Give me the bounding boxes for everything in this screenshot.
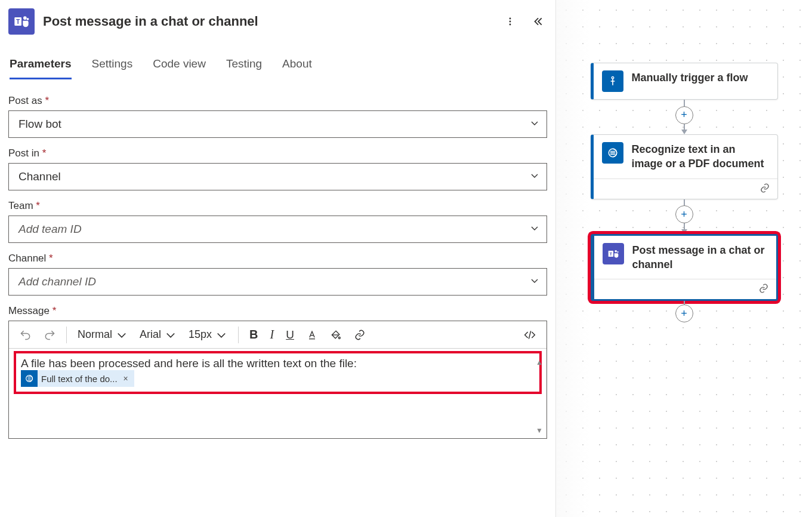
- size-select[interactable]: 15px: [184, 325, 232, 345]
- editor-toolbar: Normal Arial 15px B I U: [9, 321, 547, 349]
- collapse-button[interactable]: [528, 12, 547, 31]
- add-step-button[interactable]: +: [675, 205, 693, 223]
- message-text: A file has been processed and here is al…: [21, 357, 357, 370]
- highlight-annotation: A file has been processed and here is al…: [14, 351, 542, 394]
- redo-button[interactable]: [39, 325, 60, 345]
- code-view-button[interactable]: [519, 325, 541, 345]
- channel-select[interactable]: Add channel ID: [8, 268, 547, 296]
- connector: +: [675, 100, 693, 134]
- trigger-icon: [602, 70, 623, 92]
- svg-text:T: T: [16, 18, 20, 25]
- flow-node-post-message[interactable]: T Post message in a chat or channel: [591, 234, 778, 301]
- team-label: Team *: [8, 200, 547, 212]
- panel-title: Post message in a chat or channel: [43, 14, 492, 29]
- post-as-label: Post as *: [8, 95, 547, 107]
- add-step-button[interactable]: +: [675, 106, 693, 124]
- svg-point-5: [510, 21, 511, 23]
- svg-point-6: [510, 24, 511, 26]
- chevron-down-icon: [530, 223, 539, 236]
- connector: +: [675, 199, 693, 234]
- node-title: Recognize text in an image or a PDF docu…: [632, 142, 769, 171]
- flow-canvas[interactable]: Manually trigger a flow + Recognize: [556, 0, 812, 517]
- channel-label: Channel *: [8, 253, 547, 264]
- fill-color-button[interactable]: [325, 325, 347, 345]
- post-in-value: Channel: [18, 170, 61, 183]
- more-button[interactable]: [501, 12, 520, 31]
- post-in-label: Post in *: [8, 147, 547, 159]
- editor-body[interactable]: ▲ A file has been processed and here is …: [9, 349, 547, 438]
- link-icon: [759, 183, 770, 195]
- chevron-down-icon: [530, 170, 539, 183]
- link-button[interactable]: [349, 325, 371, 345]
- tab-settings[interactable]: Settings: [92, 54, 133, 79]
- ai-icon: [602, 142, 623, 164]
- node-title: Manually trigger a flow: [632, 70, 748, 85]
- post-in-select[interactable]: Channel: [8, 163, 547, 190]
- chevron-down-icon: [530, 275, 539, 288]
- svg-point-14: [615, 250, 617, 253]
- underline-button[interactable]: U: [281, 325, 299, 345]
- scroll-up-icon[interactable]: ▲: [536, 358, 543, 367]
- svg-point-2: [23, 16, 27, 20]
- teams-icon: T: [603, 243, 624, 264]
- token-label: Full text of the do...: [41, 374, 118, 384]
- flow-node-trigger[interactable]: Manually trigger a flow: [591, 63, 778, 100]
- italic-button[interactable]: I: [265, 325, 279, 345]
- flow-node-recognize[interactable]: Recognize text in an image or a PDF docu…: [591, 134, 778, 199]
- link-icon: [758, 283, 769, 296]
- svg-point-15: [617, 251, 618, 253]
- connector: +: [675, 301, 693, 325]
- bold-button[interactable]: B: [245, 325, 263, 345]
- message-label: Message *: [8, 305, 547, 317]
- svg-point-4: [510, 18, 511, 20]
- text-color-button[interactable]: [301, 325, 323, 345]
- team-select[interactable]: Add team ID: [8, 216, 547, 243]
- channel-placeholder: Add channel ID: [18, 275, 96, 288]
- tab-about[interactable]: About: [282, 54, 312, 79]
- team-placeholder: Add team ID: [18, 223, 82, 236]
- post-as-select[interactable]: Flow bot: [8, 110, 547, 138]
- svg-point-3: [27, 18, 29, 20]
- tab-code-view[interactable]: Code view: [153, 54, 206, 79]
- undo-button[interactable]: [15, 325, 36, 345]
- chevron-down-icon: [530, 118, 539, 131]
- message-editor: Normal Arial 15px B I U: [8, 321, 547, 439]
- svg-point-10: [612, 77, 613, 78]
- ai-icon: [21, 370, 38, 387]
- svg-text:T: T: [609, 251, 612, 257]
- node-title: Post message in a chat or channel: [632, 243, 768, 272]
- post-as-value: Flow bot: [18, 118, 61, 131]
- tab-testing[interactable]: Testing: [226, 54, 262, 79]
- scroll-down-icon[interactable]: ▼: [536, 426, 543, 435]
- tab-parameters[interactable]: Parameters: [10, 54, 72, 79]
- style-select[interactable]: Normal: [73, 325, 132, 345]
- token-remove-button[interactable]: ×: [121, 374, 131, 383]
- add-step-button[interactable]: +: [675, 304, 693, 322]
- dynamic-token[interactable]: Full text of the do... ×: [21, 370, 134, 387]
- tab-row: Parameters Settings Code view Testing Ab…: [8, 54, 547, 79]
- font-select[interactable]: Arial: [135, 325, 181, 345]
- teams-icon: T: [8, 8, 35, 35]
- config-panel: T Post message in a chat or channel Para…: [0, 0, 556, 517]
- panel-header: T Post message in a chat or channel: [8, 6, 547, 39]
- svg-point-8: [338, 337, 340, 338]
